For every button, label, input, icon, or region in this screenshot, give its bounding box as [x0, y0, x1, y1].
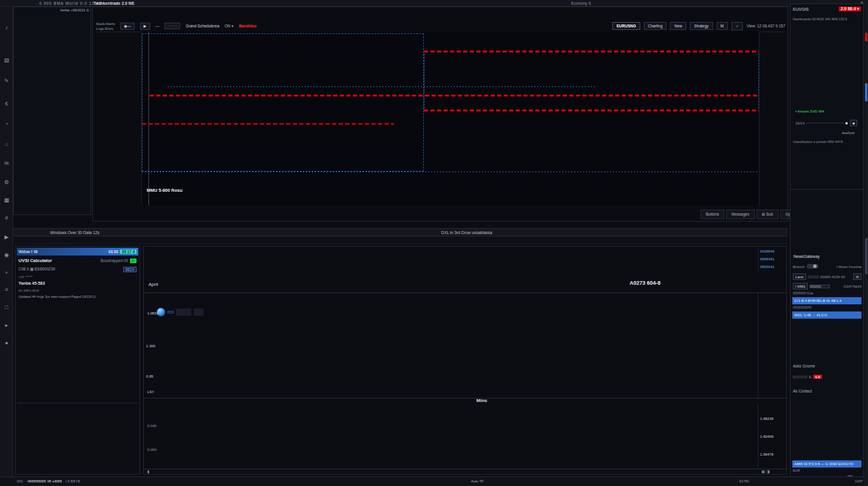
chart-window: Stock AlertsLogo Entry ◉— ▶ — · · · · Gr…	[92, 7, 788, 222]
bottom-menu-row	[13, 236, 788, 244]
check-icon: ✓	[130, 258, 137, 263]
price-badge[interactable]: 2.0 86.4 ▾	[839, 7, 861, 11]
on-dropdown[interactable]: ON ▾	[225, 24, 234, 29]
chart-plot[interactable]: MMU 5-600 Rosu	[142, 32, 759, 205]
tiny-note-2: 84-4884-4848	[18, 289, 39, 292]
indicator-value-label: A0273 604-8	[630, 280, 661, 286]
options-chip[interactable]: III	[853, 273, 861, 280]
settings-icon[interactable]: ⚙	[0, 179, 13, 185]
series-title: Yanba 45-583	[18, 281, 45, 285]
sub-button[interactable]: ⊞ Sub	[757, 210, 779, 219]
mini-line-chart[interactable]	[147, 248, 757, 272]
lock-icon[interactable]: ■	[850, 120, 857, 126]
ghost-box	[194, 309, 203, 316]
currency-label: EUR	[793, 469, 861, 472]
slider-knob[interactable]	[845, 122, 848, 124]
osc-left-label: 0.85	[146, 374, 153, 378]
price-axis	[759, 32, 788, 205]
chip-label	[168, 311, 173, 313]
scrollbar-thumb[interactable]	[865, 83, 867, 101]
candlestick-chart[interactable]	[142, 32, 759, 205]
chart-toolbar: Stock AlertsLogo Entry ◉— ▶ — · · · · Gr…	[96, 20, 785, 32]
form-row-2: I 6581 GS4Y5£43	[793, 283, 861, 289]
mail-icon[interactable]: ✉	[0, 160, 13, 166]
check-icon[interactable]: ✓	[731, 22, 743, 30]
empty-input[interactable]	[808, 276, 819, 278]
chart-window-label: Stock AlertsLogo Entry	[96, 21, 115, 31]
box-icon[interactable]: □	[0, 304, 13, 310]
edit-icon[interactable]: ✎	[0, 78, 13, 84]
oscillator-panel[interactable]: 1.0833 1.300 0.85 LSY	[144, 292, 788, 398]
account-row[interactable]: C08 II ▦ 83/8000239 8619	[17, 266, 138, 273]
menu-icon[interactable]: ≡	[0, 286, 13, 292]
sound-icon[interactable]: ♪	[0, 24, 13, 30]
titlebar-note: Economy S	[571, 1, 591, 5]
lane-input[interactable]: Lane	[793, 273, 806, 280]
bandidos-label[interactable]: Bandidos	[239, 24, 257, 28]
id-input[interactable]: I 6581	[793, 283, 808, 289]
scrollbar-mark-red	[865, 33, 867, 41]
calculator-row[interactable]: UVSI Calculator Boostrapped 05 ✓	[17, 257, 138, 264]
slider-track[interactable]	[807, 123, 843, 123]
ghost-box	[176, 309, 191, 316]
market-watch-panel: Verba +09/2021 S	[13, 7, 91, 215]
home-icon[interactable]: ⌂	[0, 141, 13, 147]
quote-row[interactable]: 4001 '1-49 → 41.0 G	[792, 311, 861, 319]
clock-icon[interactable]: ◔	[0, 121, 13, 127]
band-panel[interactable]: 0.040 0.000 1.68239 1.60409 1.59478	[144, 404, 788, 469]
buttons-button[interactable]: Buttons	[700, 210, 724, 219]
new-button[interactable]: New	[670, 22, 686, 30]
play-button[interactable]: ▶	[140, 23, 150, 30]
symbol-button[interactable]: EURUSNG	[612, 22, 640, 30]
menu-bar	[182, 8, 782, 16]
quote-row-bottom[interactable]: A888 33 5*2.9 8 — G 3090 EUVGYD	[792, 460, 861, 468]
teal-chip: 35 17 4	[120, 250, 137, 254]
tiny-note-1: +06 ******	[18, 275, 33, 279]
messages-button[interactable]: Messages	[726, 210, 755, 219]
band-axis: 1.68239 1.60409 1.59478	[758, 404, 786, 469]
scheduler-label[interactable]: Grand Schedulerea	[185, 24, 219, 28]
xaxis-right-icons[interactable]: ▣ ◨	[761, 469, 770, 474]
scrollbar[interactable]	[864, 0, 868, 486]
watchlist-header-row[interactable]: Widow f 48 68.86 35 17 4	[17, 248, 138, 256]
form-row-1: Lane 00000-4239 00 III	[793, 273, 861, 280]
dash-icon: —	[156, 24, 160, 28]
arrow-icon[interactable]: ▸	[0, 322, 13, 328]
panel-divider	[17, 403, 138, 403]
chart-watermark: MMU 5-600 Rosu	[147, 188, 182, 193]
branch-toggle[interactable]	[807, 264, 819, 269]
osc-left-label: LSY	[147, 390, 154, 394]
account-chip: 8619	[123, 267, 137, 272]
indicator-chip	[157, 308, 203, 316]
dot-icon[interactable]: ●	[0, 340, 13, 346]
toolbar-right-group: EURUSNG Charting New Strategy M ✓ View: …	[612, 22, 785, 30]
chart-buttons: Buttons Messages ⊞ Sub Options	[700, 210, 804, 219]
tiny-code: 4333333343	[793, 306, 861, 309]
asks-label: Asks Gnome	[793, 364, 861, 368]
charting-button[interactable]: Charting	[644, 22, 667, 30]
oscillator-axis	[758, 293, 786, 399]
plus-icon[interactable]: +	[0, 270, 13, 276]
period-label: April	[148, 282, 158, 287]
m-icon[interactable]: M	[717, 22, 728, 30]
signals-intro: Dashboards 09.4015 340 4M9 133.5	[793, 17, 861, 21]
band-chart[interactable]	[147, 406, 757, 468]
play-icon[interactable]: ▶	[0, 234, 13, 240]
xaxis-left-icon[interactable]: ▮	[147, 469, 150, 474]
strategy-button[interactable]: Strategy	[690, 22, 712, 30]
status-bar: WD:4BBBBBBB 3B wBBB| 6 BBYB Auto TF 6278…	[0, 476, 868, 486]
segment-row[interactable]: 1Y1 B 4 BYBYB1 B 41 4B 1 4	[792, 297, 861, 304]
mins-label: Mins	[476, 398, 487, 403]
hash-icon[interactable]: #	[0, 215, 13, 221]
currency-icon[interactable]: €	[0, 101, 13, 107]
range-box-icon[interactable]: · · · ·	[165, 23, 180, 29]
chart-icon[interactable]: ▤	[0, 57, 13, 63]
grid-icon[interactable]: ▦	[0, 197, 13, 203]
osc-left-label: 1.300	[146, 344, 155, 348]
oscillator-chart[interactable]	[147, 303, 757, 398]
target-icon[interactable]: ◉	[0, 252, 13, 258]
trading-platform: 0.900 BMA World 0-0 13.45 Tashkentrade 2…	[0, 0, 868, 486]
record-icon[interactable]: ◉—	[120, 23, 135, 30]
e-input[interactable]	[793, 376, 807, 378]
threshold-slider[interactable]: 16/14 ■	[795, 120, 857, 126]
